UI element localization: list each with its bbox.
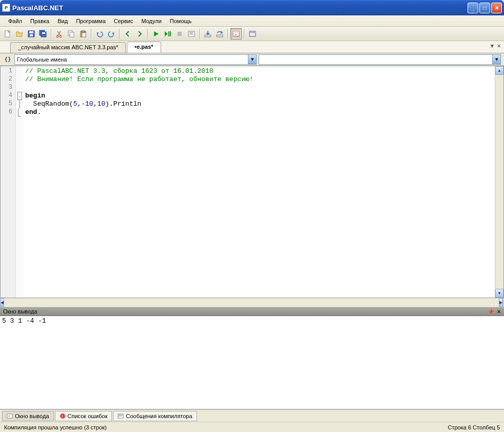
svg-rect-6 [42,32,45,34]
code-editor[interactable]: 1 2 3 4 5 6 - // PascalABC.NET 3.3, сбор… [0,66,504,298]
save-all-button[interactable] [37,28,49,40]
step-over-button[interactable] [214,28,225,40]
code-text: ).Println [105,100,141,108]
svg-rect-18 [205,35,211,37]
toolbar: >_ [0,27,504,41]
messages-icon [118,413,124,419]
code-text: . [37,108,41,116]
scroll-left-icon[interactable]: ◀ [0,298,4,307]
code-text: 10 [85,100,93,108]
output-title: Окно вывода [3,308,488,315]
tab-close-icon[interactable]: ✕ [497,43,501,49]
tab-error-list[interactable]: ! Список ошибок [55,411,112,421]
redo-button[interactable] [106,28,117,40]
toolbar-separator [199,29,200,39]
fold-toggle-icon[interactable]: - [17,92,22,100]
menu-view[interactable]: Вид [53,17,72,25]
output-text: 5 3 1 -4 -1 [2,317,502,325]
run-button[interactable] [150,28,162,40]
tab-compiler-messages[interactable]: Сообщения компилятора [113,411,197,421]
open-file-button[interactable] [14,28,25,40]
code-text [25,84,493,92]
menu-help[interactable]: Помощь [166,17,196,25]
member-combo[interactable]: ▾ [259,54,501,65]
scroll-down-icon[interactable]: ▼ [495,289,503,298]
menu-service[interactable]: Сервис [110,17,138,25]
menu-modules[interactable]: Модули [137,17,165,25]
navigate-back-button[interactable] [122,28,133,40]
minimize-button[interactable]: _ [468,3,478,13]
tab-label: Окно вывода [15,413,49,419]
vertical-scrollbar[interactable]: ▲ ▼ [495,66,503,298]
scope-text: Глобальные имена [17,56,67,63]
statusbar: Компиляция прошла успешно (3 строк) Стро… [0,422,504,432]
menu-file[interactable]: Файл [4,17,26,25]
svg-rect-16 [178,32,182,36]
toolbar-separator [244,29,245,39]
navigation-bar: {} Глобальные имена ▾ ▾ [0,53,504,66]
scope-combo[interactable]: Глобальные имена ▾ [14,54,257,65]
menubar: Файл Правка Вид Программа Сервис Модули … [0,15,504,27]
output-icon: > [7,413,13,419]
step-into-button[interactable] [202,28,214,40]
svg-text:>_: >_ [235,33,239,37]
output-window-button[interactable]: >_ [230,28,242,40]
save-button[interactable] [26,28,37,40]
cut-button[interactable] [54,28,65,40]
chevron-down-icon[interactable]: ▾ [492,55,500,64]
svg-rect-19 [217,35,223,37]
tab-label: Сообщения компилятора [126,413,192,419]
tab-dropdown-icon[interactable]: ▼ [490,43,495,49]
scroll-right-icon[interactable]: ▶ [499,298,503,307]
code-area[interactable]: // PascalABC.NET 3.3, сборка 1623 от 16.… [23,66,495,298]
tab-controls: ▼ ✕ [490,43,501,49]
line-number: 2 [1,75,15,84]
code-text: 10 [97,100,105,108]
close-panel-icon[interactable]: ✕ [497,309,501,315]
app-icon: P [2,4,10,12]
svg-rect-13 [82,33,86,37]
undo-button[interactable] [94,28,105,40]
maximize-button[interactable]: □ [479,3,490,13]
line-number: 4 [1,92,15,100]
tab-output-window[interactable]: > Окно вывода [2,411,54,421]
fold-end [18,108,21,116]
horizontal-scrollbar[interactable]: ◀ ▶ [0,298,504,307]
toolbar-separator [51,29,52,39]
close-button[interactable]: ✕ [491,3,502,13]
tab-file-2[interactable]: •e.pas* [127,42,161,53]
line-number: 3 [1,84,15,92]
paste-button[interactable] [77,28,89,40]
copy-button[interactable] [66,28,77,40]
svg-rect-2 [29,31,33,33]
status-right: Строка 6 Столбец 5 [448,424,500,430]
svg-rect-24 [249,31,256,33]
line-number: 1 [1,67,15,75]
fold-column: - [16,66,23,298]
output-panel[interactable]: 5 3 1 -4 -1 [0,316,504,409]
line-number: 6 [1,108,15,116]
document-tabs: _случайный массив ABC.NET 3.3.pas* •e.pa… [0,41,504,53]
line-number: 5 [1,100,15,108]
new-file-button[interactable] [2,28,13,40]
svg-rect-15 [170,31,171,36]
code-text: begin [25,92,45,100]
chevron-down-icon[interactable]: ▾ [248,55,256,64]
toolbar-separator [91,29,92,39]
run-no-debug-button[interactable] [162,28,173,40]
bottom-tab-bar: > Окно вывода ! Список ошибок Сообщения … [0,409,504,422]
window-controls: _ □ ✕ [468,3,502,13]
line-gutter: 1 2 3 4 5 6 [1,66,16,298]
form-designer-button[interactable] [247,28,258,40]
svg-text:>: > [8,415,10,418]
menu-program[interactable]: Программа [72,17,110,25]
tab-file-1[interactable]: _случайный массив ABC.NET 3.3.pas* [10,42,126,53]
menu-edit[interactable]: Правка [26,17,53,25]
svg-rect-12 [82,31,85,32]
toolbar-separator [119,29,120,39]
scroll-up-icon[interactable]: ▲ [495,66,503,75]
stop-button[interactable] [174,28,185,40]
pin-icon[interactable]: 📌 [488,309,494,315]
navigate-fwd-button[interactable] [134,28,145,40]
compile-button[interactable] [186,28,197,40]
